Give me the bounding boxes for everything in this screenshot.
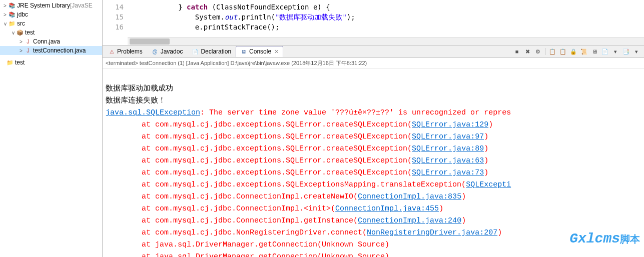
source-link[interactable]: SQLError.java:63 — [412, 156, 484, 165]
tab-label: Javadoc — [161, 48, 183, 55]
tabs-container: ⚠Problems@Javadoc📄Declaration🖥Console✕ — [104, 46, 283, 57]
tree-icon: 📁 — [8, 20, 16, 28]
tree-item[interactable]: >JConn.java — [0, 37, 102, 46]
expand-icon[interactable]: > — [2, 3, 8, 8]
tab-label: Declaration — [201, 48, 231, 55]
terminated-info: <terminated> testConnection (1) [Java Ap… — [103, 58, 644, 69]
project-tree[interactable]: >📚JRE System Library [JavaSE>📚jdbc∨📁src∨… — [0, 1, 102, 55]
tree-label: src — [17, 20, 25, 27]
watermark: Gxlcms脚本 — [565, 231, 644, 248]
folder-icon: 📁 — [6, 58, 14, 66]
stack-frame: at com.mysql.cj.jdbc.ConnectionImpl.<ini… — [106, 204, 443, 213]
console-line: 数据库驱动加载成功 — [106, 84, 173, 93]
tree-item[interactable]: >📚jdbc — [0, 10, 102, 19]
tab-problems[interactable]: ⚠Problems — [104, 46, 147, 57]
tree-label: test — [25, 29, 35, 36]
tree-label: JRE System Library — [17, 2, 70, 9]
tab-declaration[interactable]: 📄Declaration — [187, 46, 236, 57]
tree-label: Conn.java — [33, 38, 60, 45]
toolbar-button[interactable]: 📋 — [558, 47, 567, 56]
stack-frame: at com.mysql.cj.jdbc.exceptions.SQLError… — [106, 168, 488, 177]
tab-icon: 🖥 — [240, 48, 247, 55]
tab-label: Problems — [117, 48, 143, 55]
source-link[interactable]: SQLError.java:129 — [412, 120, 488, 129]
toolbar-button[interactable]: ▾ — [632, 47, 641, 56]
tree-label: test — [15, 59, 25, 66]
tab-console[interactable]: 🖥Console✕ — [236, 46, 283, 57]
tree-icon: 📦 — [16, 28, 24, 36]
source-link[interactable]: ConnectionImpl.java:455 — [335, 204, 439, 213]
tree-item[interactable]: >JtestConnection.java — [0, 46, 102, 55]
stack-frame: at com.mysql.cj.jdbc.exceptions.SQLExcep… — [106, 180, 511, 189]
package-explorer[interactable]: >📚JRE System Library [JavaSE>📚jdbc∨📁src∨… — [0, 0, 103, 257]
tab-icon: 📄 — [192, 48, 199, 55]
console-toolbar: ■✖⚙📋📋🔒📜🖥📄▾📑▾ — [512, 47, 643, 56]
source-link[interactable]: NonRegisteringDriver.java:207 — [367, 228, 497, 237]
tree-icon: 📚 — [8, 2, 16, 10]
toolbar-button[interactable]: ■ — [512, 47, 521, 56]
tree-label: jdbc — [17, 11, 28, 18]
tree-label: testConnection.java — [33, 47, 86, 54]
toolbar-button[interactable]: 📑 — [621, 47, 630, 56]
stack-frame: at com.mysql.cj.jdbc.exceptions.SQLError… — [106, 132, 488, 141]
stack-frame: at java.sql.DriverManager.getConnection(… — [106, 240, 389, 249]
toolbar-button[interactable]: 📄 — [600, 47, 609, 56]
close-icon[interactable]: ✕ — [274, 48, 279, 55]
expand-icon[interactable]: ∨ — [2, 21, 8, 26]
stack-frame: at com.mysql.cj.jdbc.exceptions.SQLError… — [106, 156, 488, 165]
tree-icon: 📚 — [8, 10, 16, 18]
console-output[interactable]: 数据库驱动加载成功 数据库连接失败！ java.sql.SQLException… — [103, 69, 644, 257]
expand-icon[interactable]: > — [18, 48, 24, 54]
exception-line: java.sql.SQLException: The server time z… — [106, 108, 511, 117]
tree-icon: J — [24, 38, 32, 46]
toolbar-button[interactable]: 🔒 — [569, 47, 578, 56]
toolbar-button[interactable]: 📜 — [579, 47, 588, 56]
line-gutter: 141516 — [103, 0, 128, 45]
source-link[interactable]: SQLError.java:89 — [412, 144, 484, 153]
views-tabbar: ⚠Problems@Javadoc📄Declaration🖥Console✕ ■… — [103, 45, 644, 58]
toolbar-button[interactable]: ▾ — [611, 47, 620, 56]
console-line: 数据库连接失败！ — [106, 96, 166, 105]
stack-frame: at com.mysql.cj.jdbc.ConnectionImpl.crea… — [106, 192, 466, 201]
scroll-thumb[interactable] — [130, 38, 170, 44]
source-link[interactable]: ConnectionImpl.java:240 — [358, 216, 461, 225]
toolbar-button[interactable]: ⚙ — [533, 47, 542, 56]
source-link[interactable]: SQLError.java:97 — [412, 132, 484, 141]
toolbar-button[interactable]: 📋 — [548, 47, 557, 56]
tree-icon: J — [24, 46, 32, 54]
source-link[interactable]: SQLError.java:73 — [412, 168, 484, 177]
expand-icon[interactable]: > — [2, 12, 8, 18]
stack-frame: at com.mysql.cj.jdbc.exceptions.SQLError… — [106, 144, 488, 153]
tree-item[interactable]: ∨📁src — [0, 19, 102, 28]
tab-javadoc[interactable]: @Javadoc — [147, 46, 188, 57]
stack-frame: at com.mysql.cj.jdbc.exceptions.SQLError… — [106, 120, 493, 129]
tree-item[interactable]: >📚JRE System Library [JavaSE — [0, 1, 102, 10]
tab-label: Console — [249, 48, 271, 55]
stack-frame: at com.mysql.cj.jdbc.ConnectionImpl.getI… — [106, 216, 466, 225]
stack-frame: at java.sql.DriverManager.getConnection(… — [106, 252, 389, 257]
tree-decorator: [JavaSE — [70, 2, 93, 9]
source-link[interactable]: SQLExcepti — [466, 180, 511, 189]
stack-frame: at com.mysql.cj.jdbc.NonRegisteringDrive… — [106, 228, 502, 237]
toolbar-button[interactable]: ✖ — [523, 47, 532, 56]
exception-link[interactable]: java.sql.SQLException — [106, 108, 200, 117]
tree-item[interactable]: ∨📦test — [0, 28, 102, 37]
java-editor[interactable]: 141516 } catch (ClassNotFoundException e… — [103, 0, 644, 45]
tab-icon: ⚠ — [108, 48, 115, 55]
working-set-item[interactable]: 📁 test — [0, 58, 102, 67]
expand-icon[interactable]: > — [18, 39, 24, 44]
horizontal-scrollbar[interactable] — [128, 37, 644, 45]
toolbar-button[interactable]: 🖥 — [590, 47, 599, 56]
expand-icon[interactable]: ∨ — [10, 30, 16, 36]
tab-icon: @ — [152, 48, 159, 55]
editor-area: 141516 } catch (ClassNotFoundException e… — [103, 0, 644, 257]
source-link[interactable]: ConnectionImpl.java:835 — [358, 192, 461, 201]
